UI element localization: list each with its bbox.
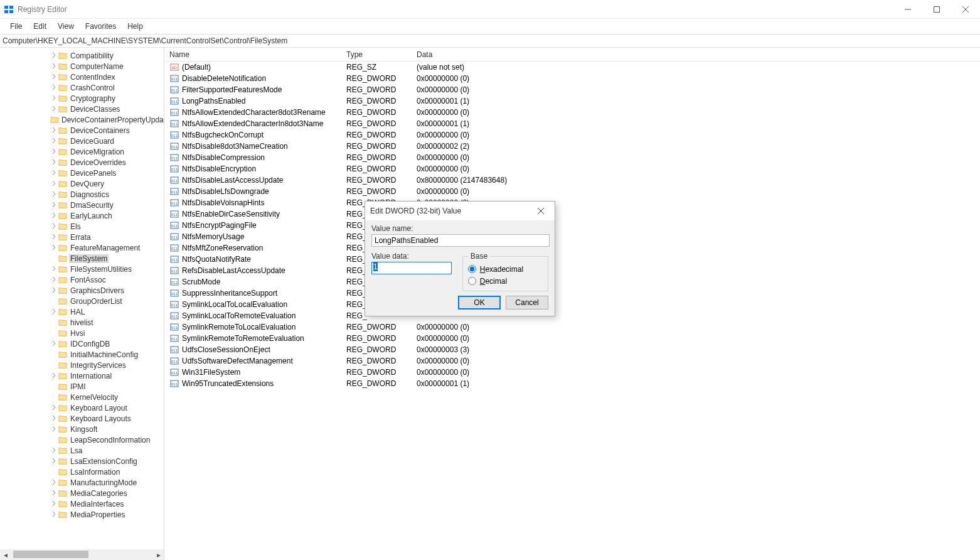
chevron-right-icon[interactable]	[50, 500, 58, 507]
list-row[interactable]: 011SymlinkLocalToLocalEvaluationREG_	[164, 299, 980, 310]
chevron-right-icon[interactable]	[50, 191, 58, 198]
chevron-right-icon[interactable]	[50, 137, 58, 144]
tree-item[interactable]: Hvsi	[0, 328, 164, 338]
chevron-right-icon[interactable]	[50, 127, 58, 134]
chevron-right-icon[interactable]	[50, 223, 58, 230]
tree-item[interactable]: Compatibility	[0, 50, 164, 61]
tree-item[interactable]: LeapSecondInformation	[0, 434, 164, 445]
list-row[interactable]: 011SuppressInheritanceSupportREG_	[164, 288, 980, 299]
tree-item[interactable]: InitialMachineConfig	[0, 349, 164, 360]
tree-item[interactable]: DeviceOverrides	[0, 157, 164, 168]
tree-item[interactable]: GroupOrderList	[0, 296, 164, 306]
cancel-button[interactable]: Cancel	[506, 296, 548, 310]
minimize-button[interactable]	[893, 0, 922, 19]
chevron-right-icon[interactable]	[50, 479, 58, 486]
scroll-right-icon[interactable]: ▸	[153, 549, 164, 560]
list-row[interactable]: ab(Default)REG_SZ(value not set)	[164, 62, 980, 73]
chevron-right-icon[interactable]	[50, 244, 58, 251]
list-row[interactable]: 011ScrubModeREG_	[164, 276, 980, 288]
chevron-right-icon[interactable]	[50, 105, 58, 112]
tree-item[interactable]: EarlyLaunch	[0, 210, 164, 221]
ok-button[interactable]: OK	[458, 296, 501, 310]
tree-item[interactable]: Keyboard Layouts	[0, 413, 164, 424]
chevron-right-icon[interactable]	[50, 95, 58, 102]
column-header-name[interactable]: Name	[164, 50, 341, 59]
value-data-input[interactable]: 1	[371, 262, 452, 274]
tree-item[interactable]: DeviceClasses	[0, 104, 164, 114]
tree-item[interactable]: IntegrityServices	[0, 360, 164, 370]
list-row[interactable]: 011NtfsDisableLfsDowngradeREG_DWORD0x000…	[164, 186, 980, 197]
list-row[interactable]: 011LongPathsEnabledREG_DWORD0x00000001 (…	[164, 95, 980, 107]
list-row[interactable]: 011NtfsEnableDirCaseSensitivityREG_	[164, 208, 980, 220]
chevron-right-icon[interactable]	[50, 148, 58, 155]
chevron-right-icon[interactable]	[50, 276, 58, 283]
tree-item[interactable]: Keyboard Layout	[0, 402, 164, 413]
list-row[interactable]: 011NtfsDisableLastAccessUpdateREG_DWORD0…	[164, 175, 980, 186]
chevron-right-icon[interactable]	[50, 52, 58, 59]
list-row[interactable]: 011Win31FileSystemREG_DWORD0x00000000 (0…	[164, 367, 980, 378]
chevron-right-icon[interactable]	[50, 63, 58, 70]
list-row[interactable]: 011NtfsMemoryUsageREG_	[164, 231, 980, 242]
list-row[interactable]: 011NtfsDisableEncryptionREG_DWORD0x00000…	[164, 163, 980, 175]
list-row[interactable]: 011SymlinkLocalToRemoteEvaluationREG_	[164, 310, 980, 321]
tree-item[interactable]: CrashControl	[0, 82, 164, 93]
tree-item[interactable]: DevQuery	[0, 178, 164, 189]
list-row[interactable]: 011NtfsDisableCompressionREG_DWORD0x0000…	[164, 152, 980, 163]
tree-item[interactable]: DeviceContainerPropertyUpdateEvents	[0, 114, 164, 125]
tree-item[interactable]: DevicePanels	[0, 168, 164, 178]
tree-item[interactable]: DmaSecurity	[0, 200, 164, 210]
list-row[interactable]: 011NtfsQuotaNotifyRateREG_	[164, 254, 980, 265]
hexadecimal-radio[interactable]	[468, 265, 476, 273]
chevron-right-icon[interactable]	[50, 212, 58, 219]
decimal-radio[interactable]	[468, 277, 476, 285]
tree-item[interactable]: ManufacturingMode	[0, 477, 164, 488]
list-row[interactable]: 011UdfsCloseSessionOnEjectREG_DWORD0x000…	[164, 344, 980, 355]
tree-item[interactable]: DeviceGuard	[0, 136, 164, 146]
tree-item[interactable]: MediaCategories	[0, 488, 164, 498]
tree-item[interactable]: International	[0, 370, 164, 381]
list-row[interactable]: 011RefsDisableLastAccessUpdateREG_	[164, 265, 980, 276]
list-row[interactable]: 011NtfsAllowExtendedCharacter8dot3Rename…	[164, 107, 980, 118]
maximize-button[interactable]	[922, 0, 951, 19]
tree-item[interactable]: LsaExtensionConfig	[0, 456, 164, 466]
list-row[interactable]: 011NtfsEncryptPagingFileREG_	[164, 220, 980, 231]
tree-item[interactable]: IPMI	[0, 381, 164, 392]
chevron-right-icon[interactable]	[50, 511, 58, 518]
chevron-right-icon[interactable]	[50, 266, 58, 272]
tree-item[interactable]: Errata	[0, 232, 164, 242]
tree-item[interactable]: DeviceMigration	[0, 146, 164, 157]
close-button[interactable]	[951, 0, 980, 19]
chevron-right-icon[interactable]	[50, 372, 58, 379]
list-row[interactable]: 011NtfsMftZoneReservationREG_	[164, 242, 980, 254]
scroll-left-icon[interactable]: ◂	[0, 549, 11, 560]
tree-item[interactable]: FileSystemUtilities	[0, 264, 164, 274]
column-header-data[interactable]: Data	[412, 50, 980, 59]
list-row[interactable]: 011Win95TruncatedExtensionsREG_DWORD0x00…	[164, 378, 980, 389]
chevron-right-icon[interactable]	[50, 159, 58, 166]
chevron-right-icon[interactable]	[50, 415, 58, 422]
value-name-input[interactable]	[371, 234, 550, 247]
menu-help[interactable]: Help	[122, 20, 148, 33]
tree-item[interactable]: ComputerName	[0, 61, 164, 72]
tree-item[interactable]: Cryptography	[0, 93, 164, 104]
tree-item[interactable]: FeatureManagement	[0, 242, 164, 253]
list-row[interactable]: 011NtfsDisableVolsnapHintsREG_DWORD0x000…	[164, 197, 980, 208]
chevron-right-icon[interactable]	[50, 84, 58, 91]
menu-file[interactable]: File	[5, 20, 27, 33]
chevron-right-icon[interactable]	[50, 170, 58, 176]
chevron-right-icon[interactable]	[50, 308, 58, 315]
tree-item[interactable]: LsaInformation	[0, 466, 164, 477]
tree-item[interactable]: ContentIndex	[0, 72, 164, 82]
tree-item[interactable]: Els	[0, 221, 164, 232]
tree-item[interactable]: IDConfigDB	[0, 338, 164, 349]
menu-favorites[interactable]: Favorites	[80, 20, 121, 33]
column-header-type[interactable]: Type	[341, 50, 412, 59]
tree-item[interactable]: FileSystem	[0, 253, 164, 264]
chevron-right-icon[interactable]	[50, 426, 58, 433]
chevron-right-icon[interactable]	[50, 340, 58, 347]
address-bar[interactable]: Computer\HKEY_LOCAL_MACHINE\SYSTEM\Curre…	[0, 34, 980, 48]
tree-item[interactable]: hivelist	[0, 317, 164, 328]
chevron-right-icon[interactable]	[50, 458, 58, 465]
tree-horizontal-scrollbar[interactable]: ◂ ▸	[0, 549, 164, 560]
tree-item[interactable]: HAL	[0, 306, 164, 317]
